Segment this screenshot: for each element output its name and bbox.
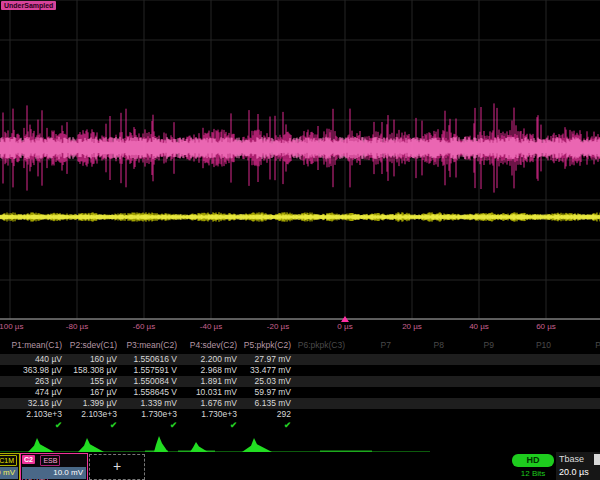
time-axis-label: -20 µs bbox=[267, 322, 289, 331]
undersampled-indicator: UnderSampled bbox=[1, 1, 56, 10]
measurement-status-check: ✔ bbox=[230, 420, 237, 431]
measurement-sdev: 1.339 mV bbox=[141, 398, 177, 409]
measurement-histicons bbox=[0, 432, 600, 454]
measurement-max: 167 µV bbox=[90, 387, 117, 398]
measurement-value: 440 µV bbox=[35, 354, 62, 365]
measurement-min: 155 µV bbox=[90, 376, 117, 387]
measurement-sdev: 1.676 mV bbox=[201, 398, 237, 409]
time-axis-label: 0 µs bbox=[337, 322, 352, 331]
measurement-mean: 33.477 mV bbox=[250, 365, 291, 376]
c2-trace-core bbox=[0, 137, 600, 159]
time-axis: -100 µs-80 µs-60 µs-40 µs-20 µs0 µs20 µs… bbox=[0, 320, 600, 334]
hd-mode-badge[interactable]: HD bbox=[512, 454, 554, 467]
measurement-mean: 158.308 µV bbox=[73, 365, 117, 376]
timebase-value: 20.0 µs bbox=[559, 467, 589, 477]
measurement-max: 1.558645 V bbox=[134, 387, 177, 398]
c1-descriptor-chips: DC1M bbox=[0, 455, 18, 466]
timebase-corner-decoration bbox=[594, 454, 600, 465]
measurement-status-check: ✔ bbox=[55, 420, 62, 431]
time-axis-label: 40 µs bbox=[469, 322, 489, 331]
time-axis-label: -100 µs bbox=[0, 322, 23, 331]
histicon-peak bbox=[190, 442, 208, 452]
measurement-status-check: ✔ bbox=[110, 420, 117, 431]
measurement-mean: 363.98 µV bbox=[23, 365, 62, 376]
histicon-peak bbox=[154, 436, 168, 452]
measurement-mean: 1.557591 V bbox=[134, 365, 177, 376]
measurement-num: 1.730e+3 bbox=[141, 409, 177, 420]
time-axis-label: -40 µs bbox=[200, 322, 222, 331]
measurement-num: 1.730e+3 bbox=[201, 409, 237, 420]
measurement-column-header[interactable]: P5:pkpk(C2) bbox=[244, 340, 291, 351]
measurement-value: 27.97 mV bbox=[255, 354, 291, 365]
hd-bits-label: 12 Bits bbox=[512, 469, 554, 478]
time-axis-label: 20 µs bbox=[402, 322, 422, 331]
c1-coupling-chip: DC1M bbox=[0, 455, 17, 466]
c1-scale-value: 0 mV bbox=[0, 467, 18, 479]
measurement-max: 10.031 mV bbox=[196, 387, 237, 398]
measurement-column-header-inactive[interactable]: P10 bbox=[536, 340, 551, 351]
graticule-grid bbox=[0, 0, 600, 320]
measurement-max: 59.97 mV bbox=[255, 387, 291, 398]
c2-scale-value: 10.0 mV bbox=[22, 467, 86, 479]
measurement-sdev: 1.399 µV bbox=[83, 398, 117, 409]
measurement-min: 263 µV bbox=[35, 376, 62, 387]
measurement-sdev: 6.135 mV bbox=[255, 398, 291, 409]
measurement-value: 1.550616 V bbox=[134, 354, 177, 365]
measurement-column-header-inactive[interactable]: P7 bbox=[381, 340, 391, 351]
measurement-min: 1.891 mV bbox=[201, 376, 237, 387]
measurement-value: 2.200 mV bbox=[201, 354, 237, 365]
histicon-graphics bbox=[0, 432, 600, 454]
measurement-column-header[interactable]: P2:sdev(C1) bbox=[70, 340, 117, 351]
time-axis-label: -60 µs bbox=[133, 322, 155, 331]
channel-c1-descriptor[interactable]: DC1M 0 mV bbox=[0, 453, 20, 480]
timebase-descriptor[interactable]: Tbase 20.0 µs bbox=[556, 452, 600, 480]
c2-descriptor-chips: C2 ESB DC1M bbox=[22, 455, 86, 466]
measurement-column-header-inactive[interactable]: P6:pkpk(C3) bbox=[298, 340, 345, 351]
histicon-peak bbox=[28, 438, 54, 452]
measurement-column-header-inactive[interactable]: P8 bbox=[434, 340, 444, 351]
measurement-column-header[interactable]: P1:mean(C1) bbox=[11, 340, 62, 351]
measurement-num: 2.103e+3 bbox=[26, 409, 62, 420]
measurement-sdev: 32.16 µV bbox=[28, 398, 62, 409]
histicon-peak bbox=[78, 438, 104, 452]
measurement-table: P1:mean(C1)440 µV363.98 µV263 µV474 µV32… bbox=[0, 338, 600, 432]
measurement-column-header[interactable]: P3:mean(C2) bbox=[126, 340, 177, 351]
time-axis-label: -80 µs bbox=[66, 322, 88, 331]
measurement-status-check: ✔ bbox=[170, 420, 177, 431]
c2-eres-chip: ESB bbox=[40, 455, 60, 466]
descriptor-bar: DC1M 0 mV C2 ESB DC1M 10.0 mV + HD 12 Bi… bbox=[0, 452, 600, 480]
waveform-display[interactable]: UnderSampled bbox=[0, 0, 600, 320]
c2-label-chip: C2 bbox=[22, 455, 35, 464]
measurement-num: 2.103e+3 bbox=[81, 409, 117, 420]
measurement-column-header-inactive[interactable]: P9 bbox=[484, 340, 494, 351]
oscilloscope-screen: UnderSampled -100 µs-80 µs-60 µs-40 µs-2… bbox=[0, 0, 600, 480]
add-trace-button[interactable]: + bbox=[89, 454, 145, 480]
time-axis-label: 60 µs bbox=[536, 322, 556, 331]
measurement-mean: 2.968 mV bbox=[201, 365, 237, 376]
measurement-value: 160 µV bbox=[90, 354, 117, 365]
measurement-min: 25.03 mV bbox=[255, 376, 291, 387]
measurement-min: 1.550084 V bbox=[134, 376, 177, 387]
measurement-column-header[interactable]: P4:sdev(C2) bbox=[190, 340, 237, 351]
channel-c2-descriptor[interactable]: C2 ESB DC1M 10.0 mV bbox=[20, 453, 88, 480]
measurement-num: 292 bbox=[277, 409, 291, 420]
histicon-peak bbox=[242, 438, 272, 452]
measurement-column-header-inactive[interactable]: P bbox=[595, 340, 600, 351]
measurement-max: 474 µV bbox=[35, 387, 62, 398]
timebase-label: Tbase bbox=[559, 454, 584, 464]
measurement-status-check: ✔ bbox=[284, 420, 291, 431]
